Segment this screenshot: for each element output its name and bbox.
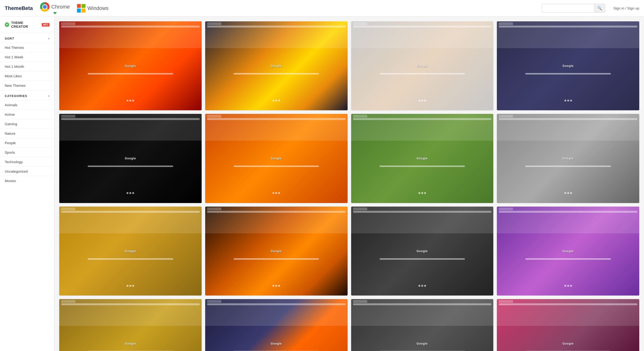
browser-tab-7 — [353, 115, 367, 118]
browser-bar-7 — [353, 118, 492, 120]
theme-creator-button[interactable]: ✦ THEME CREATOR HOT — [0, 17, 54, 33]
google-text-8: Google — [562, 157, 574, 160]
theme-preview-11: Google — [351, 207, 494, 295]
browser-tab-6 — [207, 115, 221, 118]
theme-card-7[interactable]: Google — [351, 114, 494, 203]
bottom-icon-1-9 — [126, 285, 128, 287]
search-bar-mock-12 — [525, 258, 610, 260]
theme-card-3[interactable]: Google — [351, 21, 494, 110]
theme-card-4[interactable]: Google — [497, 21, 639, 110]
sidebar-item-nature[interactable]: Nature — [0, 129, 54, 138]
bottom-icons-8 — [564, 192, 572, 194]
site-logo[interactable]: ThemeBeta — [5, 5, 33, 12]
search-bar-mock-3 — [380, 73, 465, 75]
bottom-icon-1-8 — [564, 192, 566, 194]
google-text-4: Google — [562, 64, 574, 68]
chrome-icon — [40, 2, 50, 12]
theme-card-10[interactable]: Google — [205, 207, 348, 295]
google-text-11: Google — [416, 249, 428, 253]
sidebar-item-most-likes[interactable]: Most Likes — [0, 71, 54, 81]
windows-nav-item[interactable]: Windows — [77, 4, 108, 13]
search-area: 🔍 Sign in / Sign up — [542, 4, 639, 13]
bottom-icon-1-4 — [564, 100, 566, 102]
sidebar-item-technology[interactable]: Technology — [0, 157, 54, 166]
browser-chrome-9 — [59, 207, 202, 233]
theme-card-14[interactable]: Google — [205, 299, 348, 351]
theme-preview-5: Google — [59, 114, 202, 203]
sidebar-item-gaming[interactable]: Gaming — [0, 119, 54, 129]
bottom-icon-1-1 — [126, 100, 128, 102]
bottom-icon-3-3 — [424, 100, 426, 102]
theme-creator-label: THEME CREATOR — [11, 21, 40, 29]
theme-card-2[interactable]: Google — [205, 21, 348, 110]
theme-card-13[interactable]: Google — [59, 299, 202, 351]
browser-bar-2 — [207, 26, 346, 28]
google-text-3: Google — [416, 64, 428, 68]
bottom-icon-3-1 — [132, 100, 134, 102]
search-bar-mock-6 — [234, 166, 319, 167]
bottom-icon-3-10 — [278, 285, 280, 287]
browser-chrome-6 — [205, 114, 348, 141]
browser-bar-5 — [61, 118, 200, 120]
sidebar-item-uncategorized[interactable]: Uncategorized — [0, 166, 54, 176]
theme-preview-1: Google — [59, 21, 202, 110]
bottom-icon-2-5 — [129, 192, 131, 194]
sort-section-header[interactable]: SORT ▾ — [0, 33, 54, 43]
bottom-icon-2-6 — [275, 192, 277, 194]
google-text-16: Google — [562, 342, 574, 345]
sidebar-item-new-themes[interactable]: New Themes — [0, 81, 54, 90]
search-input[interactable] — [542, 4, 594, 12]
browser-tab-13 — [61, 300, 75, 303]
theme-card-12[interactable]: Google — [497, 207, 639, 295]
browser-tab-3 — [353, 22, 367, 25]
theme-card-8[interactable]: Google — [497, 114, 639, 203]
bottom-icon-3-11 — [424, 285, 426, 287]
theme-card-6[interactable]: Google — [205, 114, 348, 203]
bottom-icons-3 — [418, 100, 426, 102]
sidebar-item-hot-themes[interactable]: Hot Themes — [0, 43, 54, 52]
header-nav: Chrome Windows — [40, 2, 542, 15]
sidebar-item-movies[interactable]: Movies — [0, 176, 54, 185]
browser-bar-14 — [207, 303, 346, 305]
browser-bar-8 — [499, 118, 637, 120]
browser-chrome-14 — [205, 299, 348, 326]
theme-card-11[interactable]: Google — [351, 207, 494, 295]
browser-tab-14 — [207, 300, 221, 303]
theme-card-16[interactable]: Google — [497, 299, 639, 351]
sidebar-item-anime[interactable]: Anime — [0, 110, 54, 119]
sidebar-item-hot-1-week[interactable]: Hot 1 Week — [0, 52, 54, 62]
bottom-icons-11 — [418, 285, 426, 287]
theme-preview-16: Google — [497, 299, 639, 351]
google-text-10: Google — [270, 249, 282, 253]
browser-tab-12 — [499, 207, 513, 210]
sidebar-item-people[interactable]: People — [0, 138, 54, 148]
chrome-nav-item[interactable]: Chrome — [40, 2, 70, 15]
theme-card-15[interactable]: Google — [351, 299, 494, 351]
categories-section-header[interactable]: CATEGORIES ▾ — [0, 90, 54, 100]
google-text-12: Google — [562, 249, 574, 253]
browser-bar-15 — [353, 303, 492, 305]
browser-chrome-12 — [497, 207, 639, 233]
theme-card-5[interactable]: Google — [59, 114, 202, 203]
google-text-9: Google — [125, 249, 136, 253]
bottom-icon-2-2 — [275, 100, 277, 102]
windows-icon — [77, 4, 86, 13]
signin-link[interactable]: Sign in / Sign up — [614, 6, 639, 10]
windows-nav-label: Windows — [88, 5, 108, 12]
bottom-icon-2-1 — [129, 100, 131, 102]
sidebar-item-animals[interactable]: Animals — [0, 100, 54, 110]
bottom-icon-1-2 — [272, 100, 274, 102]
sidebar-item-sports[interactable]: Sports — [0, 148, 54, 157]
bottom-icon-3-8 — [570, 192, 572, 194]
bottom-icons-7 — [418, 192, 426, 194]
bottom-icons-5 — [126, 192, 134, 194]
bottom-icons-6 — [272, 192, 280, 194]
search-button[interactable]: 🔍 — [594, 4, 605, 12]
sidebar-item-hot-1-month[interactable]: Hot 1 Month — [0, 62, 54, 71]
theme-card-9[interactable]: Google — [59, 207, 202, 295]
bottom-icons-9 — [126, 285, 134, 287]
browser-tab-9 — [61, 207, 75, 210]
theme-card-1[interactable]: Google — [59, 21, 202, 110]
browser-bar-13 — [61, 303, 200, 305]
search-bar-mock-8 — [525, 166, 610, 167]
